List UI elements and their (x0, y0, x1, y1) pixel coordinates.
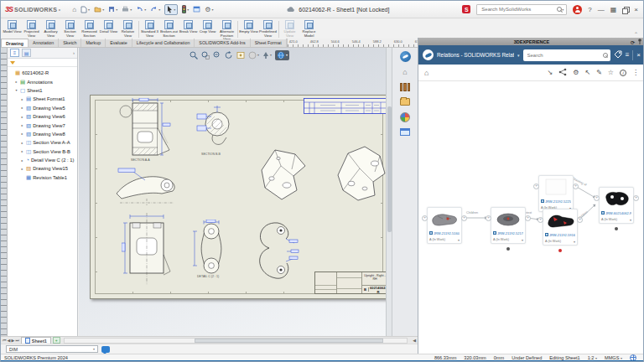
node-expand-icon[interactable]: ▾ (574, 240, 575, 244)
panel-refresh-icon[interactable]: ⟳ (631, 39, 635, 45)
drawing-view-yoke[interactable] (247, 218, 299, 291)
standard-3-view-button[interactable]: Standard 3 View (140, 19, 159, 39)
section-view-button[interactable]: Section View (60, 19, 80, 39)
tab-sketch[interactable]: Sketch (59, 39, 81, 47)
status-sheet-scale[interactable]: 1:2 ▾ (588, 355, 597, 360)
panel-search-input[interactable] (526, 52, 603, 59)
home-button[interactable]: ⌂ (72, 6, 76, 13)
revision-table[interactable] (304, 98, 388, 114)
graphics-vertical-scrollbar[interactable] (386, 48, 392, 336)
relations-home-icon[interactable]: ⌂ (424, 69, 428, 77)
appearances-icon[interactable] (400, 111, 411, 122)
panel-close-icon[interactable]: × (636, 51, 641, 59)
panel-menu-icon[interactable]: ≡ (626, 51, 630, 59)
design-library-icon[interactable] (400, 81, 411, 92)
model-view-button[interactable]: Model View (3, 19, 22, 39)
tree-item-sheet1[interactable]: ▾▢ Sheet1 (9, 86, 77, 95)
tab-drawing[interactable]: Drawing (1, 39, 29, 47)
redo-button[interactable]: ▾ (150, 6, 160, 13)
pane-collapse-button[interactable]: ◀ (413, 338, 416, 343)
hide-show-items-icon[interactable]: ▾ (262, 51, 272, 59)
feature-tree-tab[interactable]: ≡ (10, 49, 19, 57)
property-manager-tab[interactable]: ▤ (22, 49, 31, 57)
detail-view-button[interactable]: Detail View (99, 19, 118, 39)
ribbon-collapse-chevron-icon[interactable]: ⌃ (634, 31, 638, 37)
auxiliary-view-button[interactable]: Auxiliary View (41, 19, 60, 39)
projected-view-button[interactable]: Projected View (22, 19, 41, 39)
file-explorer-icon[interactable] (400, 96, 411, 107)
tab-sheet-format[interactable]: Sheet Format (251, 39, 287, 47)
tree-item-sheet-format1[interactable]: ▸▤ Sheet Format1 (9, 95, 77, 103)
new-document-button[interactable]: ▾ (80, 6, 90, 13)
tab-markup[interactable]: Markup (81, 39, 106, 47)
help-button[interactable]: ? (588, 6, 591, 13)
save-button[interactable]: ▾ (108, 6, 117, 13)
sheet-tab-sheet1[interactable]: Sheet1 (21, 337, 51, 344)
tab-annotation[interactable]: Annotation (29, 39, 59, 47)
panel-app-title[interactable]: Relations - SOLIDWORKS Relatio... (437, 52, 514, 58)
edit-pencil-icon[interactable]: ✎ (596, 69, 602, 76)
zoom-to-fit-icon[interactable] (190, 51, 198, 59)
tab-lifecycle-and-collaboration[interactable]: Lifecycle and Collaboration (132, 39, 195, 47)
tree-item-drawing-view5[interactable]: ▸▧ Drawing View5 (9, 104, 77, 112)
settings-gear-icon[interactable]: ⚙ (573, 69, 579, 76)
info-icon[interactable]: i (620, 70, 626, 76)
compass-icon[interactable] (423, 49, 434, 60)
apps-grid-button[interactable]: ▦ (610, 6, 617, 13)
tree-item-drawing-view15[interactable]: ▸▨ Drawing View15 (9, 164, 77, 173)
relation-node[interactable]: JRW-21192-52174 A (In Work)▾ (491, 207, 526, 244)
panel-search-icon[interactable] (603, 53, 608, 58)
crop-view-button[interactable]: Crop View (198, 19, 217, 39)
prev-sheet-button[interactable]: ◀ (8, 338, 11, 344)
replace-model-button[interactable]: Replace Model (299, 19, 319, 39)
tree-item-drawing-view8[interactable]: ▸▧ Drawing View8 (9, 130, 77, 138)
solidworks-resources-icon[interactable]: ⌂ (400, 66, 411, 77)
mysolidworks-search-input[interactable] (480, 6, 557, 13)
graphics-horizontal-scrollbar[interactable] (64, 338, 408, 344)
drawing-view-isometric-2[interactable] (331, 142, 389, 203)
favorite-star-icon[interactable]: ☆ (608, 69, 614, 76)
user-login-badge[interactable] (573, 5, 582, 14)
tree-item-section-view-a-a[interactable]: ▸◫ Section View A-A (9, 138, 77, 147)
title-block[interactable]: Upright - Right - RH B 60214062-R (314, 272, 388, 294)
sheet-properties-icon[interactable] (236, 51, 245, 59)
drawing-sheet[interactable]: SECTION A-A SECTION B-B (90, 95, 388, 299)
custom-properties-icon[interactable] (400, 127, 411, 137)
drawing-view-arm[interactable] (113, 165, 180, 205)
predefined-view-button[interactable]: Predefined View (258, 19, 278, 39)
next-sheet-button[interactable]: ▶ (11, 338, 14, 344)
last-sheet-button[interactable]: ⏭ (15, 338, 19, 344)
drawing-view-front[interactable] (122, 211, 172, 287)
relations-graph-canvas[interactable]: Children Context Drawing of Children JRW… (418, 81, 644, 354)
first-sheet-button[interactable]: ⏮ (3, 338, 7, 344)
relation-node[interactable]: JRW-21192-51605 A (In Work)▾ (427, 207, 462, 244)
view-settings-globe-icon[interactable]: ▾ (275, 50, 289, 60)
close-button[interactable]: × (634, 6, 638, 13)
tree-root[interactable]: ▦ 60214062-R (9, 69, 77, 77)
feature-manager-overflow-icon[interactable]: › (73, 50, 75, 55)
expand-arrow-icon[interactable]: ↘ (548, 69, 553, 76)
drawing-view-clamp[interactable]: DETAIL C (2 : 1) (189, 220, 234, 281)
relation-node[interactable]: JRW-21192-59165 A (In Work)▾ (543, 209, 578, 246)
node-expand-icon[interactable]: ▾ (458, 238, 460, 242)
tab-solidworks-add-ins[interactable]: SOLIDWORKS Add-Ins (195, 39, 250, 47)
removed-section-button[interactable]: Removed Section (80, 19, 99, 39)
alternate-position-view-button[interactable]: Alternate Position View (217, 19, 236, 39)
broken-out-section-button[interactable]: Broken-out Section (159, 19, 179, 39)
tree-item-drawing-view6[interactable]: ▸▧ Drawing View6 (9, 112, 77, 121)
add-sheet-button[interactable]: + (53, 337, 60, 344)
tree-item-revision-table1[interactable]: ▦ Revision Table1 (9, 173, 77, 182)
status-unit-system[interactable]: MMGS ▾ (605, 355, 622, 360)
tag-icon[interactable] (614, 50, 622, 60)
print-button[interactable]: ▾ (122, 6, 132, 13)
undo-button[interactable]: ▾ (136, 6, 146, 13)
logo-chevron-icon[interactable]: ▸ (59, 8, 60, 12)
app-title-chevron-icon[interactable]: ▾ (517, 53, 520, 58)
zoom-to-area-icon[interactable] (201, 51, 210, 59)
tree-item-detail-view-c[interactable]: ▸◔ Detail View C (2 : 1) (9, 156, 77, 164)
tree-item-drawing-view7[interactable]: ▸▧ Drawing View7 (9, 121, 77, 129)
dimension-style-combo[interactable]: DIM ▾ (6, 345, 98, 353)
node-expand-icon[interactable]: ▾ (630, 218, 631, 222)
minimize-button[interactable]: — (598, 6, 605, 13)
restore-button[interactable] (622, 7, 628, 13)
